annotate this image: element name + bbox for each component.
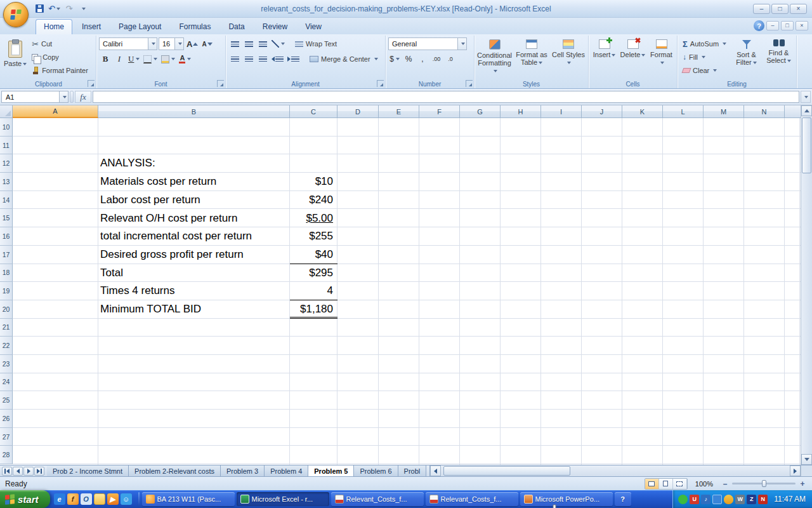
- sort-filter-button[interactable]: Sort & Filter: [731, 37, 761, 66]
- qat-customize-button[interactable]: [77, 3, 89, 15]
- last-sheet-button[interactable]: [34, 467, 44, 476]
- wireless-icon[interactable]: W: [735, 495, 745, 504]
- number-format-select[interactable]: General: [388, 37, 467, 50]
- row-header-27[interactable]: 27: [0, 428, 13, 446]
- decrease-indent-button[interactable]: [270, 53, 285, 65]
- taskbar-help-button[interactable]: ?: [615, 492, 631, 506]
- column-header-B[interactable]: B: [98, 105, 290, 118]
- horizontal-scroll-thumb[interactable]: [443, 466, 570, 476]
- z-badge-icon[interactable]: Z: [747, 495, 756, 504]
- font-name-select[interactable]: Calibri: [99, 37, 157, 50]
- taskbar-window-button[interactable]: Relevant_Costs_f...: [331, 492, 424, 506]
- row-header-13[interactable]: 13: [0, 173, 13, 191]
- cell-C17[interactable]: $40: [290, 246, 337, 264]
- cell-B15[interactable]: Relevant O/H cost per return: [100, 210, 237, 228]
- increase-indent-button[interactable]: [286, 53, 301, 65]
- row-header-23[interactable]: 23: [0, 355, 13, 373]
- name-box[interactable]: A1: [1, 91, 69, 103]
- row-header-26[interactable]: 26: [0, 410, 13, 428]
- shield-icon[interactable]: [724, 495, 733, 504]
- horizontal-scroll-track[interactable]: [441, 465, 790, 476]
- row-header-20[interactable]: 20: [0, 300, 13, 319]
- sheet-tab[interactable]: Prob 2 - Income Stmnt: [47, 465, 129, 476]
- page-layout-view-button[interactable]: [659, 479, 673, 489]
- zoom-slider-thumb[interactable]: [762, 480, 766, 487]
- column-header-L[interactable]: L: [663, 105, 704, 118]
- page-break-view-button[interactable]: [673, 479, 687, 489]
- select-all-button[interactable]: [0, 105, 13, 118]
- sheet-tab[interactable]: Problem 2-Relevant costs: [129, 465, 221, 476]
- autosum-button[interactable]: ΣAutoSum: [680, 37, 729, 50]
- volume-icon[interactable]: ♪: [701, 495, 710, 504]
- taskbar-window-button[interactable]: Microsoft PowerPo...: [520, 492, 613, 506]
- taskbar-clock[interactable]: 11:47 AM: [774, 495, 806, 504]
- cut-button[interactable]: ✂Cut: [29, 37, 91, 50]
- ribbon-tab[interactable]: Page Layout: [110, 19, 169, 34]
- font-color-button[interactable]: A: [178, 53, 192, 65]
- start-button[interactable]: start: [0, 490, 50, 508]
- messenger-icon[interactable]: ☺: [121, 493, 132, 505]
- taskbar-window-button[interactable]: Relevant_Costs_f...: [426, 492, 518, 506]
- outlook-icon[interactable]: O: [81, 493, 92, 505]
- decrease-decimal-button[interactable]: .0: [444, 53, 457, 65]
- update-icon[interactable]: U: [690, 495, 699, 504]
- formula-input[interactable]: [93, 91, 799, 103]
- vertical-scrollbar[interactable]: [801, 105, 812, 465]
- vertical-scroll-thumb[interactable]: [802, 117, 811, 173]
- grow-font-button[interactable]: A: [185, 37, 199, 50]
- undo-button[interactable]: ↶: [47, 3, 62, 15]
- align-middle-button[interactable]: [242, 37, 255, 50]
- scroll-down-button[interactable]: [801, 454, 812, 465]
- scroll-right-button[interactable]: [790, 465, 801, 476]
- cell-B18[interactable]: Total: [100, 264, 123, 283]
- styles-button[interactable]: Format as Table: [514, 37, 549, 66]
- cell-C13[interactable]: $10: [290, 173, 337, 191]
- fill-color-button[interactable]: [160, 53, 176, 65]
- column-header-N[interactable]: N: [744, 105, 785, 118]
- shrink-font-button[interactable]: A: [200, 37, 213, 50]
- cell-B16[interactable]: total incremental cost per return: [100, 227, 252, 246]
- accounting-format-button[interactable]: $: [388, 53, 401, 65]
- alignment-dialog-launcher[interactable]: [377, 80, 384, 87]
- office-button[interactable]: [3, 2, 29, 27]
- formula-bar-expand-button[interactable]: [801, 91, 811, 103]
- zoom-level[interactable]: 100%: [695, 480, 713, 488]
- sheet-grid[interactable]: 10111213141516171819202122232425262728 A…: [0, 118, 801, 465]
- media-player-icon[interactable]: ▶: [107, 493, 119, 505]
- scroll-left-button[interactable]: [430, 465, 441, 476]
- save-button[interactable]: [33, 3, 46, 15]
- cell-B14[interactable]: Labor cost per return: [100, 191, 200, 210]
- row-header-25[interactable]: 25: [0, 391, 13, 410]
- column-header-E[interactable]: E: [379, 105, 419, 118]
- cell-B13[interactable]: Materials cost per return: [100, 173, 216, 191]
- number-dialog-launcher[interactable]: [466, 80, 473, 87]
- cell-B17[interactable]: Desired gross profit per return: [100, 246, 244, 264]
- row-header-14[interactable]: 14: [0, 191, 13, 210]
- sheet-tab[interactable]: Problem 4: [265, 465, 308, 476]
- row-header-17[interactable]: 17: [0, 246, 13, 264]
- green-status-icon[interactable]: [678, 495, 688, 504]
- firefox-icon[interactable]: f: [67, 493, 79, 505]
- next-sheet-button[interactable]: [23, 467, 34, 476]
- workbook-close-button[interactable]: ×: [796, 21, 808, 30]
- ribbon-tab[interactable]: Data: [220, 19, 252, 34]
- internet-explorer-icon[interactable]: e: [54, 493, 65, 505]
- scroll-up-button[interactable]: [801, 105, 812, 116]
- row-header-24[interactable]: 24: [0, 373, 13, 392]
- insert-function-button[interactable]: fx: [75, 91, 91, 103]
- taskbar-window-button[interactable]: Microsoft Excel - r...: [237, 492, 329, 506]
- row-header-16[interactable]: 16: [0, 227, 13, 246]
- clear-button[interactable]: Clear: [680, 64, 729, 77]
- minimize-button[interactable]: –: [753, 4, 770, 14]
- cell-C15[interactable]: $5.00: [290, 210, 337, 228]
- cell-area[interactable]: ANALYSIS:Materials cost per return$10Lab…: [13, 118, 801, 465]
- column-header-J[interactable]: J: [582, 105, 622, 118]
- ribbon-tab[interactable]: Review: [254, 19, 296, 34]
- cells-button[interactable]: Insert: [591, 37, 617, 58]
- row-header-28[interactable]: 28: [0, 446, 13, 464]
- sheet-tab[interactable]: Problem 3: [221, 465, 265, 476]
- row-header-21[interactable]: 21: [0, 319, 13, 337]
- column-header-A[interactable]: A: [13, 105, 98, 118]
- cell-B20[interactable]: Minimum TOTAL BID: [100, 300, 201, 319]
- clipboard-dialog-launcher[interactable]: [88, 80, 95, 87]
